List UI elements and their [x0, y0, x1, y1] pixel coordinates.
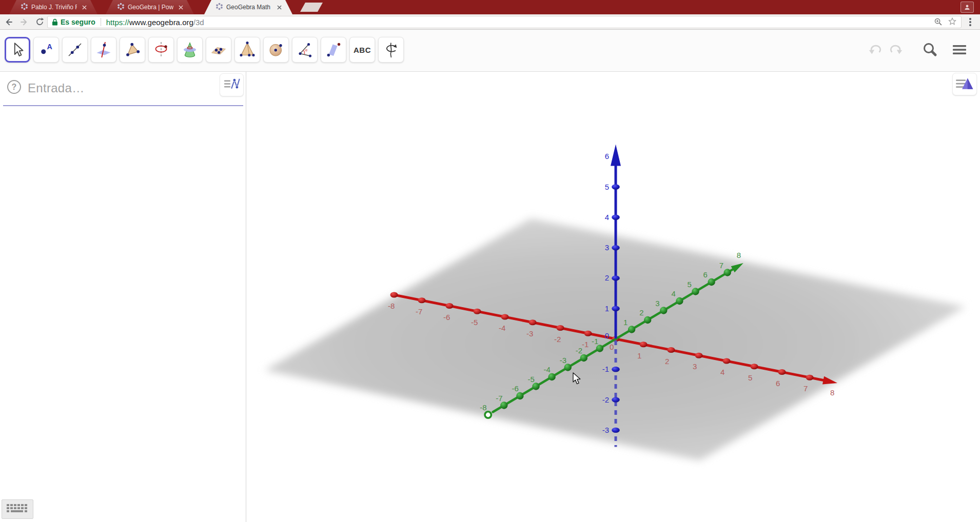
svg-text:-1: -1 [582, 340, 589, 349]
geogebra-toolbar: A [0, 30, 980, 72]
keyboard-icon [6, 503, 29, 515]
browser-titlebar: Pablo J. Triviño Ro GeoGebra | Powerf Ge… [0, 0, 980, 14]
text-tool-button[interactable]: ABC [349, 37, 375, 63]
graphics3d-stylebar-button[interactable] [952, 73, 977, 95]
svg-text:-2: -2 [576, 346, 582, 355]
algebra-input[interactable]: Entrada… [28, 81, 84, 95]
forward-icon[interactable] [17, 15, 31, 29]
svg-text:1: 1 [623, 318, 628, 327]
tab-close-icon[interactable] [80, 3, 88, 11]
svg-text:A: A [47, 43, 52, 51]
browser-menu-icon[interactable] [966, 17, 975, 27]
zoom-level-icon[interactable] [934, 17, 943, 28]
security-label: Es seguro [61, 18, 95, 26]
svg-text:-3: -3 [560, 356, 566, 365]
browser-tab-3-active[interactable]: GeoGebra Math Cal [204, 0, 292, 14]
reflect-plane-icon [324, 41, 343, 59]
svg-text:3: 3 [605, 243, 609, 252]
svg-text:5: 5 [605, 183, 609, 191]
svg-text:-5: -5 [471, 318, 478, 327]
svg-text:8: 8 [737, 251, 741, 259]
angle-tool-button[interactable]: α [292, 37, 318, 63]
svg-text:-6: -6 [512, 384, 518, 393]
perpendicular-line-tool-button[interactable] [91, 37, 116, 63]
polygon-tool-button[interactable] [120, 37, 145, 63]
geogebra-favicon [117, 3, 125, 12]
bookmark-star-icon[interactable] [948, 17, 957, 28]
page: Pablo J. Triviño Ro GeoGebra | Powerf Ge… [0, 0, 980, 522]
geogebra-favicon [21, 3, 28, 12]
algebra-style-button[interactable] [220, 73, 244, 96]
svg-text:1: 1 [605, 304, 609, 313]
polygon-icon [123, 41, 142, 59]
tab-close-icon[interactable] [275, 3, 283, 11]
security-chip[interactable]: Es seguro [52, 18, 95, 26]
rotate-view-icon [382, 41, 400, 59]
svg-text:-8: -8 [388, 302, 395, 310]
input-help-button[interactable]: ? [7, 80, 21, 94]
tab-close-icon[interactable] [177, 3, 185, 11]
point-icon: A [37, 41, 55, 59]
line-icon [66, 41, 84, 59]
back-icon[interactable] [2, 15, 15, 29]
virtual-keyboard-button[interactable] [2, 499, 33, 519]
new-tab-button[interactable] [300, 3, 323, 12]
svg-text:-7: -7 [416, 307, 422, 316]
svg-text:3: 3 [655, 299, 659, 308]
svg-text:6: 6 [605, 152, 609, 160]
svg-text:8: 8 [830, 388, 834, 397]
url-host: www.geogebra.org [129, 18, 193, 27]
circle-with-axis-tool-button[interactable] [148, 37, 174, 63]
circle-axis-icon [152, 41, 170, 59]
move-tool-button[interactable] [5, 37, 30, 63]
svg-text:-4: -4 [544, 365, 551, 374]
svg-text:2: 2 [665, 357, 669, 366]
svg-text:6: 6 [776, 379, 780, 388]
svg-text:7: 7 [803, 384, 808, 393]
graphics3d-view[interactable]: -8-7-6-5-4-3-2-1012345678-8-7-6-5-4-3-2-… [246, 72, 980, 522]
profile-icon[interactable] [961, 2, 974, 13]
intersect-two-surfaces-tool-button[interactable] [177, 37, 203, 63]
cursor-icon [8, 41, 27, 59]
stylebar-pyramid-icon [954, 75, 975, 93]
omnibox-separator [101, 18, 101, 26]
geogebra-favicon [215, 3, 223, 12]
tab-title: GeoGebra Math Cal [226, 4, 272, 11]
reflect-about-plane-tool-button[interactable] [321, 37, 346, 63]
tool-buttons: A [5, 37, 404, 63]
undo-icon[interactable] [866, 37, 885, 63]
help-label: ? [12, 83, 17, 92]
plane-3-points-icon [209, 41, 228, 59]
svg-text:0: 0 [605, 331, 609, 340]
svg-text:-7: -7 [496, 394, 502, 403]
reload-icon[interactable] [33, 15, 46, 29]
angle-icon: α [296, 41, 314, 59]
svg-text:4: 4 [605, 213, 609, 222]
plane-through-3-points-tool-button[interactable] [206, 37, 231, 63]
svg-text:4: 4 [720, 368, 724, 376]
browser-tab-2[interactable]: GeoGebra | Powerf [106, 0, 194, 14]
hamburger-menu-icon[interactable] [950, 37, 969, 63]
svg-text:4: 4 [671, 289, 675, 298]
svg-text:2: 2 [639, 308, 643, 317]
url-field[interactable]: Es seguro https://www.geogebra.org/3d [47, 16, 962, 28]
svg-text:-5: -5 [528, 375, 535, 384]
search-icon[interactable] [920, 37, 939, 63]
svg-text:1: 1 [637, 351, 641, 360]
pyramid-tool-button[interactable] [234, 37, 260, 63]
url-text: https://www.geogebra.org/3d [106, 18, 204, 27]
svg-text:7: 7 [719, 261, 723, 270]
svg-text:-3: -3 [602, 426, 609, 434]
algebra-style-icon [223, 76, 241, 94]
browser-tab-1[interactable]: Pablo J. Triviño Ro [9, 0, 97, 14]
redo-icon[interactable] [887, 37, 905, 63]
tab-title: Pablo J. Triviño Ro [31, 4, 77, 11]
svg-text:3: 3 [693, 362, 697, 371]
point-tool-button[interactable]: A [33, 37, 59, 63]
sphere-tool-button[interactable] [263, 37, 289, 63]
graphics3d-svg: -8-7-6-5-4-3-2-1012345678-8-7-6-5-4-3-2-… [246, 72, 980, 522]
rotate-view-tool-button[interactable] [378, 37, 404, 63]
input-focus-underline [3, 105, 243, 106]
tab-title: GeoGebra | Powerf [128, 4, 173, 11]
line-tool-button[interactable] [62, 37, 88, 63]
